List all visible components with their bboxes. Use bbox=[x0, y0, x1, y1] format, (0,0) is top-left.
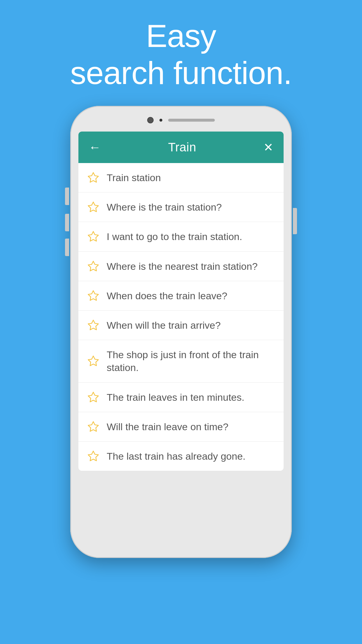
headline: Easy search function. bbox=[70, 18, 292, 91]
list-item[interactable]: Will the train leave on time? bbox=[78, 412, 284, 442]
phone-camera bbox=[147, 117, 154, 123]
star-icon[interactable] bbox=[87, 319, 99, 331]
phone-speaker bbox=[168, 119, 215, 122]
phone-shell: ← Train ✕ Train station Where is the tra… bbox=[70, 106, 292, 558]
phrase-text: When will the train arrive? bbox=[107, 319, 221, 332]
phrase-text: The shop is just in front of the train s… bbox=[107, 348, 275, 374]
list-item[interactable]: The last train has already gone. bbox=[78, 442, 284, 471]
list-item[interactable]: The shop is just in front of the train s… bbox=[78, 340, 284, 382]
phrase-text: Where is the train station? bbox=[107, 201, 222, 214]
phrase-text: Train station bbox=[107, 171, 161, 184]
phrase-text: The train leaves in ten minutes. bbox=[107, 391, 244, 404]
svg-marker-1 bbox=[88, 202, 99, 212]
phone-top-bar bbox=[78, 115, 284, 126]
phone-mockup: ← Train ✕ Train station Where is the tra… bbox=[67, 106, 295, 558]
star-icon[interactable] bbox=[87, 421, 99, 433]
star-icon[interactable] bbox=[87, 201, 99, 213]
list-item[interactable]: When does the train leave? bbox=[78, 281, 284, 311]
phrase-text: I want to go to the train station. bbox=[107, 230, 242, 243]
list-item[interactable]: When will the train arrive? bbox=[78, 311, 284, 340]
svg-marker-6 bbox=[88, 356, 99, 366]
list-item[interactable]: Where is the nearest train station? bbox=[78, 252, 284, 281]
svg-marker-2 bbox=[88, 232, 99, 241]
screen-title: Train bbox=[168, 140, 196, 154]
svg-marker-3 bbox=[88, 261, 99, 271]
star-icon[interactable] bbox=[87, 450, 99, 462]
phrase-text: The last train has already gone. bbox=[107, 450, 245, 463]
svg-marker-0 bbox=[88, 173, 99, 182]
star-icon[interactable] bbox=[87, 391, 99, 403]
svg-marker-5 bbox=[88, 320, 99, 330]
phone-screen: ← Train ✕ Train station Where is the tra… bbox=[78, 132, 284, 471]
list-item[interactable]: I want to go to the train station. bbox=[78, 222, 284, 251]
back-button[interactable]: ← bbox=[89, 141, 101, 153]
svg-marker-7 bbox=[88, 392, 99, 402]
phrase-text: Will the train leave on time? bbox=[107, 420, 229, 433]
list-item[interactable]: Train station bbox=[78, 163, 284, 192]
phrase-text: Where is the nearest train station? bbox=[107, 260, 258, 273]
svg-marker-9 bbox=[88, 451, 99, 461]
star-icon[interactable] bbox=[87, 260, 99, 272]
phrase-text: When does the train leave? bbox=[107, 289, 227, 302]
star-icon[interactable] bbox=[87, 172, 99, 184]
star-icon[interactable] bbox=[87, 355, 99, 367]
star-icon[interactable] bbox=[87, 230, 99, 243]
svg-marker-8 bbox=[88, 421, 99, 431]
svg-marker-4 bbox=[88, 290, 99, 300]
app-header: ← Train ✕ bbox=[78, 132, 284, 163]
list-item[interactable]: The train leaves in ten minutes. bbox=[78, 383, 284, 412]
phrase-list: Train station Where is the train station… bbox=[78, 163, 284, 471]
phone-dot bbox=[159, 119, 162, 122]
close-button[interactable]: ✕ bbox=[263, 141, 273, 153]
list-item[interactable]: Where is the train station? bbox=[78, 192, 284, 222]
star-icon[interactable] bbox=[87, 290, 99, 302]
